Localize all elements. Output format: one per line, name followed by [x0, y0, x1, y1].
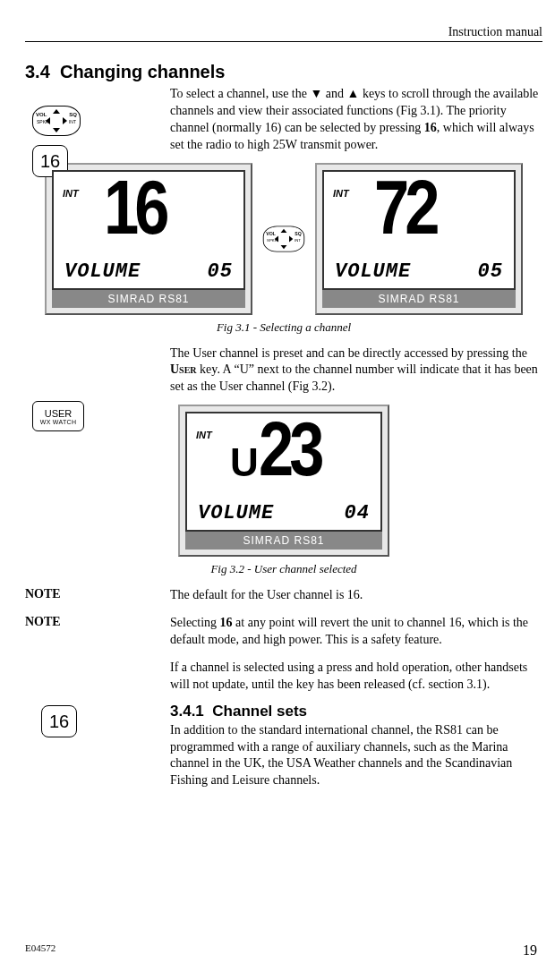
lcd-int-label: INT [63, 188, 79, 199]
lcd-channel-number: 23 [259, 405, 320, 493]
page-footer: E04572 19 [25, 942, 537, 959]
figure-3-1: INT 16 VOLUME 05 SIMRAD RS81 VOL SQ SPKR… [25, 163, 542, 315]
lcd-channel-number: 16 [104, 163, 166, 251]
note-2-text: Selecting 16 at any point will revert th… [170, 615, 542, 649]
header-title: Instruction manual [448, 25, 542, 38]
margin-key-16-second: 16 [41, 705, 77, 737]
user-key-icon: USER WX WATCH [32, 401, 84, 431]
lcd-volume-label: VOLUME [198, 502, 274, 524]
lcd-int-label: INT [196, 430, 212, 440]
margin-key-group-1: VOL SQ SPKR INT 16 [32, 106, 81, 177]
figure-3-2: INT U 23 VOLUME 04 SIMRAD RS81 [25, 405, 542, 557]
figure-3-2-caption: Fig 3.2 - User channel selected [25, 562, 542, 576]
section-heading: 3.4 Changing channels [25, 62, 542, 82]
center-dpad-icon: VOL SQ SPKR INT [263, 226, 304, 251]
paragraph-press-hold: If a channel is selected using a press a… [170, 660, 542, 694]
lcd-panel-right: INT 72 VOLUME 05 SIMRAD RS81 [315, 163, 523, 315]
lcd-volume-value: 05 [208, 260, 233, 283]
page-header: Instruction manual [25, 25, 542, 42]
subsection-heading: 3.4.1 Channel sets [170, 703, 542, 720]
lcd-volume-label: VOLUME [64, 260, 141, 283]
note-1: NOTE The default for the User channel is… [25, 587, 542, 604]
lcd-device-label: SIMRAD RS81 [322, 290, 516, 308]
footer-code: E04572 [25, 942, 56, 959]
paragraph-user-channel: The User channel is preset and can be di… [170, 345, 542, 396]
paragraph-intro: To select a channel, use the ▼ and ▲ key… [170, 86, 542, 154]
lcd-volume-label: VOLUME [335, 260, 411, 283]
key-16-icon: 16 [41, 705, 77, 737]
note-label: NOTE [25, 615, 154, 649]
lcd-volume-value: 05 [478, 260, 503, 283]
note-label: NOTE [25, 587, 154, 604]
note-2: NOTE Selecting 16 at any point will reve… [25, 615, 542, 649]
dpad-key-icon: VOL SQ SPKR INT [32, 106, 81, 136]
lcd-panel-left: INT 16 VOLUME 05 SIMRAD RS81 [45, 163, 252, 315]
lcd-volume-value: 04 [345, 502, 370, 524]
lcd-channel-number: 72 [374, 163, 436, 251]
lcd-user-indicator: U [230, 440, 259, 485]
figure-3-1-caption: Fig 3.1 - Selecting a channel [25, 320, 542, 335]
lcd-int-label: INT [333, 188, 349, 199]
margin-user-key: USER WX WATCH [32, 401, 84, 431]
footer-page-number: 19 [523, 942, 537, 959]
lcd-device-label: SIMRAD RS81 [52, 290, 245, 308]
lcd-device-label: SIMRAD RS81 [185, 532, 382, 550]
note-1-text: The default for the User channel is 16. [170, 587, 542, 604]
paragraph-channel-sets: In addition to the standard internationa… [170, 722, 542, 790]
